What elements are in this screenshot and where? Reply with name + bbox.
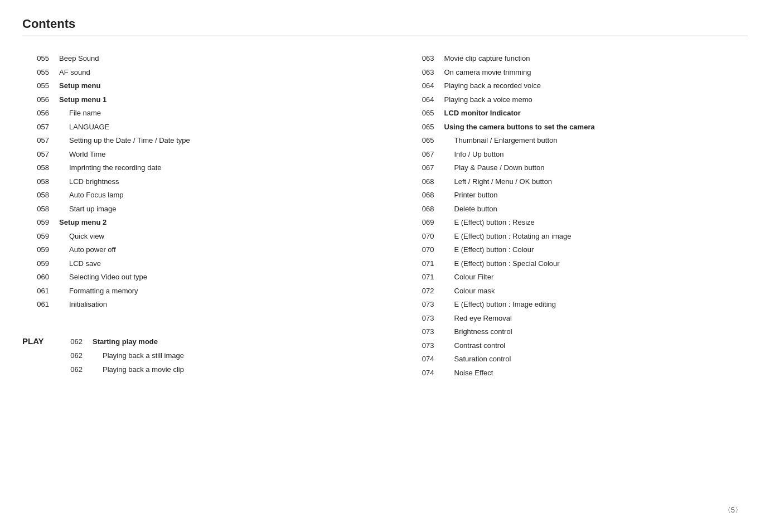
entry-label: Brightness control xyxy=(444,326,512,337)
entry-label: LCD save xyxy=(59,258,101,269)
page-number: 056 xyxy=(22,108,49,119)
entry-label: Colour mask xyxy=(444,286,495,297)
entry-label: Saturation control xyxy=(444,354,511,365)
list-item: 060Selecting Video out type xyxy=(22,272,363,283)
list-item: 063On camera movie trimming xyxy=(408,67,748,78)
entry-label: Playing back a movie clip xyxy=(93,364,184,375)
entry-label: Setting up the Date / Time / Date type xyxy=(59,135,190,146)
page-number: 062 xyxy=(61,364,83,375)
page-number: 074 xyxy=(408,367,434,379)
page-number: 071 xyxy=(408,272,434,283)
page-title: Contents xyxy=(22,17,748,36)
play-section-label: PLAY xyxy=(22,335,56,348)
entry-label: Left / Right / Menu / OK button xyxy=(444,176,553,187)
entry-label: Contrast control xyxy=(444,340,506,351)
page-number: 067 xyxy=(408,162,434,173)
entry-label: Play & Pause / Down button xyxy=(444,162,545,173)
page-number: 070 xyxy=(408,231,434,242)
entry-label: E (Effect) button : Resize xyxy=(444,217,535,228)
entry-label: Setup menu xyxy=(59,80,100,91)
page-number: 056 xyxy=(22,94,49,105)
list-item: 059Setup menu 2 xyxy=(22,217,363,228)
entry-label: Starting play mode xyxy=(93,336,158,347)
page-number: 055 xyxy=(22,67,49,78)
page-number: 068 xyxy=(408,190,434,201)
page-number: 065 xyxy=(408,122,434,133)
entry-label: Info / Up button xyxy=(444,149,504,160)
list-item: 068Printer button xyxy=(408,190,748,201)
list-item: 058Imprinting the recording date xyxy=(22,162,363,173)
entry-label: E (Effect) button : Special Colour xyxy=(444,258,560,269)
page-number: 058 xyxy=(22,176,49,187)
entry-label: Formatting a memory xyxy=(59,286,138,297)
entry-label: LCD monitor Indicator xyxy=(444,108,521,119)
list-item: 064Playing back a voice memo xyxy=(408,94,748,105)
list-item: 070E (Effect) button : Colour xyxy=(408,244,748,255)
list-item: 061Initialisation xyxy=(22,299,363,310)
entry-label: E (Effect) button : Rotating an image xyxy=(444,231,572,242)
entry-label: LANGUAGE xyxy=(59,122,109,133)
entry-label: Initialisation xyxy=(59,299,107,310)
page-number: 070 xyxy=(408,244,434,255)
list-item: 074Noise Effect xyxy=(408,367,748,379)
entry-label: Selecting Video out type xyxy=(59,272,147,283)
list-item: 071E (Effect) button : Special Colour xyxy=(408,258,748,269)
page-number: 058 xyxy=(22,162,49,173)
page-number: 064 xyxy=(408,80,434,91)
entry-label: Start up image xyxy=(59,204,117,215)
entry-label: Imprinting the recording date xyxy=(59,162,161,173)
page-number: 057 xyxy=(22,135,49,146)
page-number: 061 xyxy=(22,299,49,310)
entry-label: LCD brightness xyxy=(59,176,119,187)
page-number: 059 xyxy=(22,231,49,242)
list-item: 059LCD save xyxy=(22,258,363,269)
page-number: 074 xyxy=(408,354,434,365)
list-item: 057LANGUAGE xyxy=(22,122,363,133)
list-item: 063Movie clip capture function xyxy=(408,53,748,64)
page-number: 067 xyxy=(408,149,434,160)
entry-label: Noise Effect xyxy=(444,367,493,379)
list-item: 065Using the camera buttons to set the c… xyxy=(408,122,748,133)
page-number: 071 xyxy=(408,258,434,269)
entry-label: AF sound xyxy=(59,67,90,78)
entry-label: Red eye Removal xyxy=(444,313,512,324)
page-number: 058 xyxy=(22,190,49,201)
entry-label: Quick view xyxy=(59,231,104,242)
page-number: 065 xyxy=(408,108,434,119)
entry-label: Auto power off xyxy=(59,244,116,255)
page-number: 068 xyxy=(408,176,434,187)
list-item: 062Playing back a still image xyxy=(22,350,363,361)
page-number: 062 xyxy=(61,350,83,361)
list-item: 072Colour mask xyxy=(408,286,748,297)
page-number: 073 xyxy=(408,340,434,351)
list-item: 068Left / Right / Menu / OK button xyxy=(408,176,748,187)
page-number: 069 xyxy=(408,217,434,228)
list-item: 073Contrast control xyxy=(408,340,748,351)
list-item: 073Brightness control xyxy=(408,326,748,337)
page-number: 065 xyxy=(408,135,434,146)
entry-label: Setup menu 2 xyxy=(59,217,106,228)
list-item: 074Saturation control xyxy=(408,354,748,365)
page-number: 059 xyxy=(22,258,49,269)
list-item: 056File name xyxy=(22,108,363,119)
list-item: 055AF sound xyxy=(22,67,363,78)
list-item: 057World Time xyxy=(22,149,363,160)
right-column: 063Movie clip capture function063On came… xyxy=(385,53,748,381)
page-number: 058 xyxy=(22,204,49,215)
list-item: 073E (Effect) button : Image editing xyxy=(408,299,748,310)
list-item: 058Auto Focus lamp xyxy=(22,190,363,201)
list-item: 065Thumbnail / Enlargement button xyxy=(408,135,748,146)
list-item: PLAY062Starting play mode xyxy=(22,335,363,348)
page-number: 068 xyxy=(408,204,434,215)
list-item: 069E (Effect) button : Resize xyxy=(408,217,748,228)
page-number: 073 xyxy=(408,299,434,310)
list-item: 058Start up image xyxy=(22,204,363,215)
page-number: 059 xyxy=(22,217,49,228)
page-number: 057 xyxy=(22,122,49,133)
list-item: 058LCD brightness xyxy=(22,176,363,187)
list-item: 071Colour Filter xyxy=(408,272,748,283)
list-item: 055Setup menu xyxy=(22,80,363,91)
list-item: 073Red eye Removal xyxy=(408,313,748,324)
page-number: 059 xyxy=(22,244,49,255)
page-number: 073 xyxy=(408,326,434,337)
